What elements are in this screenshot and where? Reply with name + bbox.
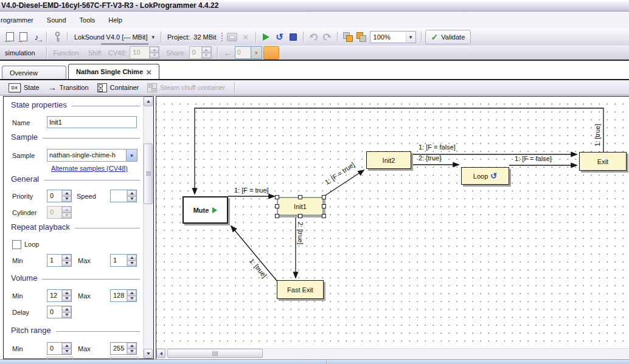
pitch-max-spinner[interactable]: 255 [110, 342, 137, 355]
menu-programmer[interactable]: rogrammer [0, 15, 41, 26]
undo-button-disabled[interactable] [308, 30, 320, 44]
share-spinner[interactable]: 0 [189, 46, 212, 59]
panel-scrollbar[interactable] [143, 97, 153, 359]
title-bar[interactable]: V4.0-Diesel-EMD-16cyl-567C-FT-V3-R3 - Lo… [0, 0, 629, 12]
selection-handle[interactable] [322, 195, 326, 199]
diagram-horizontal-scrollbar[interactable] [156, 348, 629, 359]
state-mute[interactable]: Mute [182, 196, 228, 224]
play-button[interactable] [260, 30, 273, 44]
toolbar-grip[interactable] [220, 32, 223, 43]
spin-down-button[interactable] [127, 261, 136, 267]
scrollbar-thumb[interactable] [167, 349, 263, 358]
cancel-button-disabled[interactable]: × [240, 30, 252, 44]
section-pitch-range: Pitch range [11, 326, 142, 335]
state-fast-exit[interactable]: Fast Exit [277, 280, 324, 299]
spin-up-button[interactable] [127, 190, 136, 196]
diagram-canvas[interactable]: Mute Init1 Init2 Loop ↺ Exit [156, 97, 629, 349]
spin-down-button[interactable] [62, 349, 71, 355]
stop-button[interactable] [287, 30, 299, 44]
spin-down-button[interactable] [127, 196, 136, 202]
menu-tools[interactable]: Tools [78, 15, 103, 26]
scroll-down-button[interactable] [144, 349, 153, 359]
spin-up-button[interactable] [62, 207, 71, 213]
state-exit[interactable]: Exit [579, 152, 627, 171]
tab-nathan-single-chime[interactable]: Nathan Single Chime × [68, 64, 159, 79]
tab-overview[interactable]: Overview [2, 66, 66, 79]
volume-min-spinner[interactable]: 12 [47, 289, 72, 302]
sample-combo[interactable]: nathan-single-chime-h ▾ [47, 149, 137, 162]
selection-handle[interactable] [322, 214, 326, 218]
selection-handle[interactable] [275, 204, 279, 208]
import-button[interactable]: ← [4, 30, 16, 44]
state-loop[interactable]: Loop ↺ [461, 167, 509, 185]
add-transition-button[interactable]: → Transition [46, 81, 91, 94]
spin-down-button[interactable] [202, 53, 211, 59]
transition-label: 2: [true] [297, 222, 304, 244]
spin-down-button[interactable] [62, 196, 71, 202]
add-container-button[interactable]: Container [95, 82, 142, 94]
repeat-max-spinner[interactable]: 1 [110, 254, 137, 267]
selection-handle[interactable] [322, 204, 326, 208]
add-steam-chuff-container-button-disabled[interactable]: Steam chuff container [145, 82, 228, 94]
validate-button[interactable]: ✓ Validate [425, 30, 471, 44]
add-state-button[interactable]: DX State [6, 82, 42, 94]
function-label: Function [54, 49, 79, 57]
scroll-left-button[interactable] [156, 349, 165, 358]
pitch-min-spinner[interactable]: 0 [47, 342, 72, 355]
zoom-in-button[interactable] [342, 30, 354, 44]
spin-up-button[interactable] [150, 47, 159, 53]
spin-up-button[interactable] [62, 255, 71, 261]
priority-spinner[interactable]: 0 [47, 190, 72, 202]
menu-help[interactable]: Help [107, 15, 130, 26]
selection-handle[interactable] [298, 214, 302, 218]
selection-handle[interactable] [275, 214, 279, 218]
spin-down-button[interactable] [62, 213, 71, 219]
state-init2[interactable]: Init2 [366, 151, 411, 169]
redo-button-disabled[interactable] [321, 30, 333, 44]
spin-up-button[interactable] [62, 343, 71, 349]
selection-handle[interactable] [298, 195, 302, 199]
scroll-up-button[interactable] [144, 97, 153, 106]
device-selector[interactable]: LokSound V4.0 [--- MBit] ▾ [72, 30, 157, 44]
toolbar-separator [217, 47, 218, 58]
scrollbar-thumb[interactable] [144, 143, 153, 204]
spin-up-button[interactable] [127, 343, 136, 349]
spin-down-button[interactable] [62, 312, 71, 318]
volume-max-spinner[interactable]: 128 [110, 289, 137, 302]
nav-index-combo[interactable]: 0 ▾ [235, 46, 262, 59]
spin-down-button[interactable] [62, 261, 71, 267]
write-decoder-button-disabled[interactable] [226, 30, 238, 44]
spin-up-button[interactable] [127, 290, 136, 296]
cv48-spinner[interactable]: 10 [130, 46, 159, 59]
nav-left-arrow-icon[interactable]: ← [224, 48, 232, 58]
spin-up-button[interactable] [62, 290, 71, 296]
tab-close-icon[interactable]: × [146, 67, 151, 77]
spin-up-button[interactable] [62, 190, 71, 196]
spin-down-button[interactable] [150, 53, 159, 59]
spin-down-button[interactable] [62, 296, 71, 302]
state-init1-selected[interactable]: Init1 [277, 197, 324, 216]
spin-up-button[interactable] [127, 255, 136, 261]
zoom-level-combo[interactable]: 100% ▾ [370, 31, 416, 43]
loop-refresh-icon: ↺ [276, 32, 283, 41]
delay-spinner[interactable]: 0 [47, 306, 72, 318]
export-button[interactable]: → [17, 30, 29, 44]
zoom-out-button[interactable] [355, 30, 367, 44]
spin-up-button[interactable] [202, 47, 211, 53]
cylinder-spinner-disabled[interactable]: 0 [47, 206, 72, 219]
export-sound-button[interactable]: ♪ → [30, 30, 43, 44]
spin-down-button[interactable] [127, 296, 136, 302]
loop-checkbox[interactable] [12, 240, 21, 249]
spin-up-button[interactable] [62, 306, 71, 312]
alternate-samples-link[interactable]: Alternate samples (CV48) [51, 165, 128, 172]
repeat-min-spinner[interactable]: 1 [47, 254, 72, 267]
speed-spinner[interactable] [110, 190, 137, 202]
transition-fastexit-to-mute[interactable] [231, 226, 277, 281]
selection-handle[interactable] [275, 195, 279, 199]
name-input[interactable] [47, 116, 137, 128]
spin-down-button[interactable] [127, 349, 136, 355]
programmer-button[interactable] [51, 30, 63, 44]
nav-right-button[interactable]: → [263, 46, 279, 60]
loop-play-button[interactable]: ↺ [274, 30, 286, 44]
menu-sound[interactable]: Sound [46, 15, 74, 26]
